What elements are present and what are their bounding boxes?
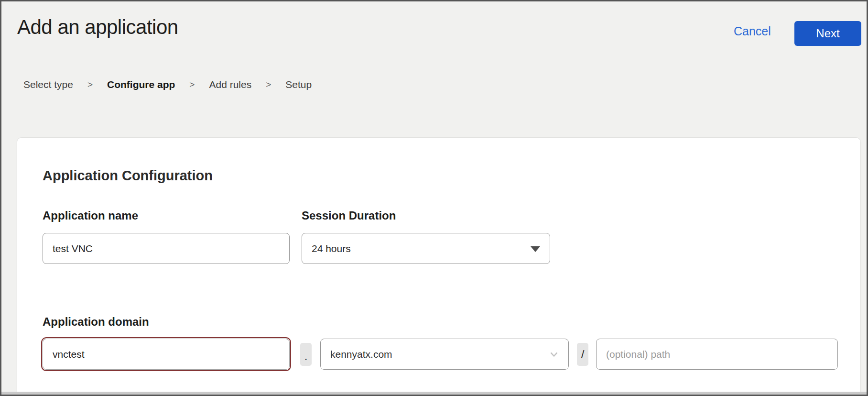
chevron-down-icon	[531, 246, 540, 252]
application-domain-label: Application domain	[43, 315, 149, 329]
cancel-button[interactable]: Cancel	[734, 24, 771, 38]
application-name-label: Application name	[43, 209, 138, 222]
step-configure-app[interactable]: Configure app	[107, 79, 175, 90]
step-select-type[interactable]: Select type	[23, 79, 73, 90]
path-input[interactable]	[596, 339, 838, 370]
application-name-input[interactable]	[43, 233, 290, 264]
subdomain-input[interactable]	[43, 339, 290, 370]
chevron-down-icon	[547, 348, 561, 361]
breadcrumb-separator: >	[87, 79, 93, 90]
session-duration-select[interactable]: 24 hours	[302, 233, 550, 264]
page-title: Add an application	[17, 16, 178, 39]
dot-separator: .	[300, 343, 312, 366]
domain-select[interactable]: kennyatx.com	[320, 339, 569, 370]
window-bottom-edge	[1, 392, 867, 395]
session-duration-value: 24 hours	[312, 243, 351, 254]
next-button[interactable]: Next	[794, 21, 861, 46]
step-setup[interactable]: Setup	[285, 79, 312, 90]
application-domain-row: . kennyatx.com /	[43, 339, 838, 370]
app-window: Add an application Cancel Next Select ty…	[0, 0, 868, 396]
slash-separator: /	[577, 343, 588, 366]
section-title: Application Configuration	[43, 168, 213, 184]
breadcrumb-separator: >	[266, 79, 271, 90]
domain-select-value: kennyatx.com	[330, 349, 392, 360]
session-duration-label: Session Duration	[302, 209, 396, 222]
breadcrumb: Select type > Configure app > Add rules …	[23, 79, 312, 90]
breadcrumb-separator: >	[189, 79, 195, 90]
step-add-rules[interactable]: Add rules	[209, 79, 251, 90]
